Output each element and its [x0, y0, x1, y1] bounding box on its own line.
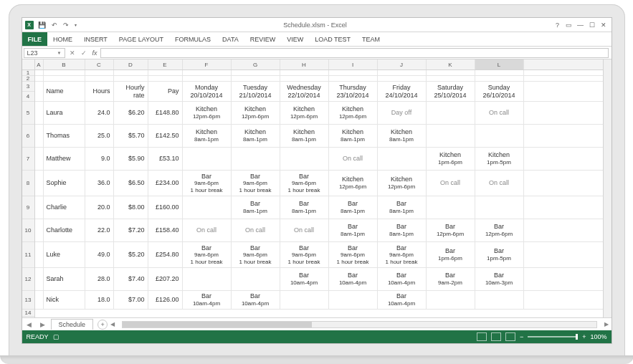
row-header-11[interactable]: 11 [22, 242, 34, 268]
gutter-cell[interactable] [35, 148, 44, 170]
zoom-slider[interactable] [528, 336, 578, 337]
col-header-F[interactable]: F [183, 59, 232, 70]
view-pagebreak-icon[interactable] [505, 332, 515, 341]
tab-data[interactable]: DATA [216, 32, 244, 46]
cell-pay[interactable]: £158.40 [148, 219, 183, 241]
cell-pay[interactable]: £126.00 [148, 291, 183, 309]
cell-name[interactable]: Nick [44, 291, 85, 309]
row-header-4[interactable]: 4 [22, 92, 34, 102]
cell-shift[interactable]: Kitchen12pm-6pm [329, 102, 378, 124]
tab-home[interactable]: HOME [47, 32, 78, 46]
cell-hours[interactable]: 28.0 [85, 268, 114, 290]
redo-icon[interactable]: ↷ [62, 21, 70, 29]
header-pay[interactable]: Pay [148, 82, 183, 101]
row-header-10[interactable]: 10 [22, 219, 34, 242]
hscroll-left-icon[interactable]: ◀ [110, 321, 115, 327]
cell-shift[interactable]: Kitchen8am-1pm [378, 125, 427, 147]
cell-rate[interactable]: $5.70 [114, 125, 148, 147]
blank-cell[interactable] [85, 70, 114, 75]
cell-shift[interactable]: Bar10am-4pm [378, 268, 427, 290]
blank-cell[interactable] [114, 70, 148, 75]
cell-shift[interactable] [183, 268, 232, 290]
blank-cell[interactable] [183, 70, 232, 75]
header-day[interactable]: Sunday26/10/2014 [475, 82, 524, 101]
row-header-12[interactable]: 12 [22, 268, 34, 291]
cell-shift[interactable]: On call [475, 102, 524, 124]
cell-shift[interactable]: On call [232, 219, 280, 241]
cell-shift[interactable]: Bar9am-2pm [427, 268, 475, 290]
hscroll-right-icon[interactable]: ▶ [604, 321, 609, 327]
cell-shift[interactable] [427, 291, 475, 309]
cell-shift[interactable] [378, 148, 427, 170]
cell-shift[interactable]: Bar1pm-6pm [427, 242, 475, 267]
cell-shift[interactable]: Kitchen1pm-5pm [475, 148, 524, 170]
cell-shift[interactable]: Kitchen12pm-6pm [183, 102, 232, 124]
cell-rate[interactable]: $7.40 [114, 268, 148, 290]
cell-rate[interactable]: $6.50 [114, 171, 148, 196]
cell-rate[interactable]: $5.20 [114, 242, 148, 267]
tab-team[interactable]: TEAM [356, 32, 386, 46]
blank-cell[interactable] [378, 70, 427, 75]
view-pagelayout-icon[interactable] [491, 332, 501, 341]
cell-shift[interactable]: Bar8am-1pm [329, 219, 378, 241]
col-header-D[interactable]: D [114, 59, 148, 70]
cell-name[interactable]: Matthew [44, 148, 85, 170]
cell-shift[interactable] [232, 268, 280, 290]
cell-shift[interactable]: Bar10am-4pm [232, 291, 280, 309]
cell-shift[interactable]: Bar1pm-5pm [475, 242, 524, 267]
zoom-out-icon[interactable]: − [520, 333, 523, 340]
row-header-5[interactable]: 5 [22, 102, 34, 125]
row-header-9[interactable]: 9 [22, 196, 34, 219]
col-header-H[interactable]: H [280, 59, 329, 70]
cell-hours[interactable]: 18.0 [85, 291, 114, 309]
gutter-cell[interactable] [35, 242, 44, 267]
vertical-scrollbar[interactable] [603, 59, 611, 317]
row-header-14[interactable]: 14 [22, 310, 34, 317]
blank-cell[interactable] [427, 70, 475, 75]
cell-shift[interactable]: Kitchen1pm-6pm [427, 148, 475, 170]
cell-shift[interactable]: Bar8am-1pm [232, 196, 280, 219]
zoom-in-icon[interactable]: + [582, 333, 586, 340]
cell-shift[interactable]: Bar9am-6pm1 hour break [232, 171, 280, 196]
cell-pay[interactable]: £207.20 [148, 268, 183, 290]
formula-input[interactable] [100, 48, 609, 58]
cell-shift[interactable]: Bar9am-6pm1 hour break [329, 242, 378, 267]
cell-shift[interactable]: On call [427, 171, 475, 196]
cell-shift[interactable] [232, 148, 280, 170]
blank-cell[interactable] [329, 70, 378, 75]
cell-hours[interactable]: 25.0 [85, 125, 114, 147]
blank-cell[interactable] [378, 76, 427, 81]
blank-cell[interactable] [35, 76, 44, 81]
header-day[interactable]: Tuesday21/10/2014 [232, 82, 280, 101]
blank-cell[interactable] [475, 70, 524, 75]
cell-shift[interactable]: On call [475, 171, 524, 196]
cell-shift[interactable]: Bar10am-4pm [378, 291, 427, 309]
gutter-cell[interactable] [35, 291, 44, 309]
sheet-nav-prev-icon[interactable]: ◀ [22, 321, 36, 328]
tab-file[interactable]: FILE [22, 32, 48, 46]
col-header-I[interactable]: I [329, 59, 378, 70]
cell-hours[interactable]: 36.0 [85, 171, 114, 196]
minimize-icon[interactable]: — [576, 21, 586, 29]
horizontal-scrollbar[interactable]: ◀ ▶ [108, 321, 611, 328]
cell-pay[interactable]: £142.50 [148, 125, 183, 147]
header-day[interactable]: Thursday23/10/2014 [329, 82, 378, 101]
blank-cell[interactable] [475, 76, 524, 81]
cell-name[interactable]: Sarah [44, 268, 85, 290]
gutter-cell[interactable] [35, 219, 44, 241]
col-header-E[interactable]: E [148, 59, 183, 70]
cell-shift[interactable]: Bar9am-6pm1 hour break [378, 242, 427, 267]
cell-rate[interactable]: $6.20 [114, 102, 148, 124]
cell-pay[interactable]: £148.80 [148, 102, 183, 124]
cell-shift[interactable]: Kitchen12pm-6pm [232, 102, 280, 124]
blank-cell[interactable] [85, 76, 114, 81]
blank-cell[interactable] [232, 70, 280, 75]
fx-icon[interactable]: fx [90, 49, 100, 57]
col-header-A[interactable]: A [35, 59, 44, 70]
qat-dropdown-icon[interactable]: ▾ [73, 22, 78, 27]
accept-formula-icon[interactable]: ✓ [78, 49, 90, 57]
gutter-cell[interactable] [35, 125, 44, 147]
col-header-C[interactable]: C [85, 59, 114, 70]
sheet-cells[interactable]: NameHoursHourly ratePayMonday20/10/2014T… [35, 70, 603, 310]
cell-shift[interactable] [280, 148, 329, 170]
